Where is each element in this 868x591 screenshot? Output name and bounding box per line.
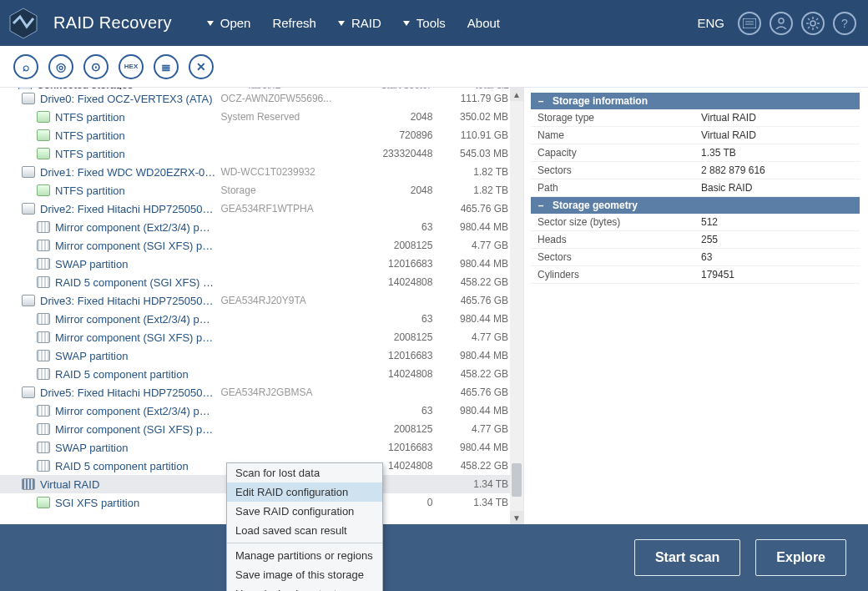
storages-tree-pane: Connected storages label/ID start sector… bbox=[0, 88, 524, 524]
row-name: Mirror component (Ext2/3/4) partition bbox=[55, 405, 216, 417]
info-value: 63 bbox=[694, 249, 860, 266]
row-name: Mirror component (SGI XFS) partition bbox=[55, 331, 216, 344]
info-key: Capacity bbox=[531, 144, 694, 162]
component-row[interactable]: Mirror component (Ext2/3/4) partition639… bbox=[0, 218, 523, 236]
component-row[interactable]: RAID 5 component (SGI XFS) partition1402… bbox=[0, 273, 523, 291]
partition-icon bbox=[37, 129, 50, 141]
scroll-up-icon[interactable]: ▲ bbox=[510, 88, 523, 101]
collapse-icon[interactable]: – bbox=[536, 200, 546, 211]
row-total-size: 980.44 MB bbox=[432, 221, 515, 233]
component-row[interactable]: SWAP partition12016683980.44 MB bbox=[0, 438, 523, 457]
info-key: Path bbox=[531, 179, 694, 197]
row-id: Storage bbox=[216, 184, 351, 196]
component-row[interactable]: Mirror component (Ext2/3/4) partition639… bbox=[0, 310, 523, 328]
row-total-size: 110.91 GB bbox=[432, 129, 515, 141]
row-name: RAID 5 component partition bbox=[55, 460, 189, 472]
info-key: Heads bbox=[531, 231, 694, 249]
row-id: GEA534RF1WTPHA bbox=[215, 203, 351, 215]
menu-open[interactable]: Open bbox=[199, 11, 260, 35]
partition-icon bbox=[37, 184, 50, 196]
row-name: RAID 5 component (SGI XFS) partition bbox=[55, 276, 216, 289]
component-row[interactable]: SWAP partition12016683980.44 MB bbox=[0, 346, 523, 365]
row-id: GEA534RJ20Y9TA bbox=[215, 295, 351, 306]
row-start-sector: 63 bbox=[351, 405, 432, 417]
row-name: Drive3: Fixed Hitachi HDP725050GLA... bbox=[40, 295, 215, 307]
row-start-sector: 720896 bbox=[351, 129, 432, 141]
menu-raid[interactable]: RAID bbox=[330, 11, 390, 35]
context-menu-item[interactable]: Edit RAID configuration bbox=[227, 482, 382, 502]
menu-label: Tools bbox=[416, 16, 446, 30]
component-row[interactable]: Mirror component (SGI XFS) partition2008… bbox=[0, 328, 523, 346]
info-value: 2 882 879 616 bbox=[694, 162, 860, 179]
menu-tools[interactable]: Tools bbox=[395, 11, 454, 35]
context-menu-item[interactable]: Save image of this storage bbox=[227, 565, 382, 584]
scroll-down-icon[interactable]: ▼ bbox=[510, 511, 523, 524]
context-menu-item[interactable]: Load saved scan result bbox=[227, 521, 382, 540]
partition-row[interactable]: NTFS partition233320448545.03 MB bbox=[0, 144, 523, 163]
component-row[interactable]: Mirror component (SGI XFS) partition2008… bbox=[0, 420, 523, 438]
info-value: Basic RAID bbox=[694, 179, 860, 197]
drive-row[interactable]: Drive3: Fixed Hitachi HDP725050GLA...GEA… bbox=[0, 291, 523, 310]
gear-icon[interactable] bbox=[801, 12, 825, 35]
component-row[interactable]: Mirror component (SGI XFS) partition2008… bbox=[0, 236, 523, 255]
drive-row[interactable]: Drive1: Fixed WDC WD20EZRX-00DC...WD-WCC… bbox=[0, 163, 523, 181]
drive-icon bbox=[22, 166, 35, 178]
menu-label: RAID bbox=[351, 16, 381, 30]
tree-root-label[interactable]: Connected storages bbox=[32, 88, 249, 89]
svg-point-4 bbox=[779, 18, 784, 23]
info-section-header[interactable]: –Storage geometry bbox=[531, 197, 860, 214]
row-name: Mirror component (SGI XFS) partition bbox=[55, 423, 216, 436]
menu-about[interactable]: About bbox=[459, 11, 508, 35]
disk-icon[interactable]: ⊙ bbox=[83, 54, 108, 79]
language-button[interactable]: ENG bbox=[697, 16, 724, 30]
menu-refresh[interactable]: Refresh bbox=[264, 11, 325, 35]
drive-icon bbox=[22, 93, 35, 104]
menu-label: Refresh bbox=[272, 16, 316, 30]
row-total-size: 980.44 MB bbox=[432, 258, 515, 270]
partition-row[interactable]: NTFS partitionStorage20481.82 TB bbox=[0, 181, 523, 200]
scroll-thumb[interactable] bbox=[512, 463, 522, 497]
context-menu-item[interactable]: Hexadecimal contents bbox=[227, 584, 382, 591]
context-menu-item[interactable]: Scan for lost data bbox=[227, 463, 382, 482]
list-icon[interactable]: ≣ bbox=[154, 54, 179, 79]
context-menu-item[interactable]: Save RAID configuration bbox=[227, 502, 382, 521]
info-key: Storage type bbox=[531, 109, 694, 127]
info-table: Sector size (bytes)512Heads255Sectors63C… bbox=[531, 214, 860, 284]
target-icon[interactable]: ◎ bbox=[48, 54, 73, 79]
component-row[interactable]: SWAP partition12016683980.44 MB bbox=[0, 255, 523, 273]
start-scan-button[interactable]: Start scan bbox=[634, 539, 740, 576]
info-row: NameVirtual RAID bbox=[531, 127, 860, 144]
keyboard-icon[interactable] bbox=[738, 12, 761, 35]
info-row: Cylinders179451 bbox=[531, 266, 860, 284]
search-icon[interactable]: ⌕ bbox=[13, 54, 38, 79]
row-total-size: 980.44 MB bbox=[432, 313, 515, 325]
tree-vertical-scrollbar[interactable]: ▲ ▼ bbox=[510, 88, 523, 524]
drive-row[interactable]: Drive0: Fixed OCZ-VERTEX3 (ATA)OCZ-AWNZ0… bbox=[0, 89, 523, 108]
partition-row[interactable]: NTFS partitionSystem Reserved2048350.02 … bbox=[0, 108, 523, 126]
row-total-size: 1.34 TB bbox=[432, 478, 515, 490]
component-icon bbox=[37, 240, 50, 251]
drive-row[interactable]: Drive5: Fixed Hitachi HDP725050GLA...GEA… bbox=[0, 383, 523, 402]
drive-icon bbox=[22, 203, 35, 215]
component-row[interactable]: RAID 5 component partition14024808458.22… bbox=[0, 365, 523, 383]
context-menu[interactable]: Scan for lost dataEdit RAID configuratio… bbox=[226, 462, 383, 591]
component-icon bbox=[37, 405, 50, 417]
component-row[interactable]: Mirror component (Ext2/3/4) partition639… bbox=[0, 402, 523, 420]
app-logo-icon bbox=[5, 5, 42, 42]
close-icon[interactable]: ✕ bbox=[189, 54, 214, 79]
partition-row[interactable]: NTFS partition720896110.91 GB bbox=[0, 126, 523, 144]
row-start-sector: 14024808 bbox=[351, 276, 432, 288]
row-name: NTFS partition bbox=[55, 129, 125, 142]
info-section-header[interactable]: –Storage information bbox=[531, 93, 860, 109]
help-icon[interactable]: ? bbox=[833, 12, 856, 35]
row-name: Virtual RAID bbox=[40, 478, 99, 491]
row-start-sector: 12016683 bbox=[351, 258, 432, 270]
collapse-icon[interactable]: – bbox=[536, 95, 546, 107]
row-id: OCZ-AWNZ0FW55696... bbox=[215, 93, 351, 104]
storages-tree[interactable]: Drive0: Fixed OCZ-VERTEX3 (ATA)OCZ-AWNZ0… bbox=[0, 89, 523, 512]
drive-row[interactable]: Drive2: Fixed Hitachi HDP725050GLA...GEA… bbox=[0, 200, 523, 218]
user-icon[interactable] bbox=[770, 12, 793, 35]
explore-button[interactable]: Explore bbox=[755, 539, 846, 576]
hex-icon[interactable]: HEX bbox=[119, 54, 144, 79]
context-menu-item[interactable]: Manage partitions or regions bbox=[227, 546, 382, 565]
